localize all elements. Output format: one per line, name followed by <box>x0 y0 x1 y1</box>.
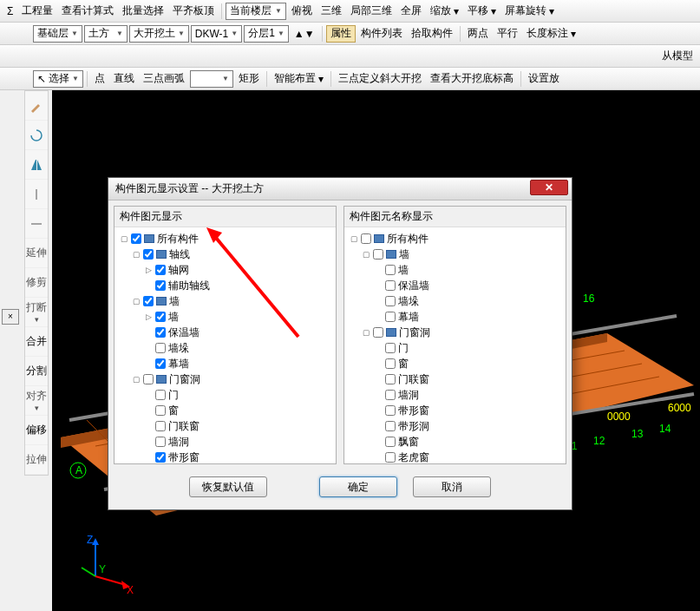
vtool-align[interactable]: 对齐▾ <box>25 386 48 416</box>
btn-from-model[interactable]: 从模型 <box>658 48 697 65</box>
toolbar-row-2: 基础层▼ 土方▼ 大开挖土▼ DKW-1▼ 分层1▼ ▲▼ 属性 构件列表 拾取… <box>0 23 700 45</box>
chevron-down-icon: ▼ <box>275 7 282 15</box>
btn-two-points[interactable]: 两点 <box>464 25 492 43</box>
vtool-vline[interactable] <box>25 180 48 209</box>
btn-spinner[interactable]: ▲▼ <box>291 25 318 43</box>
left-tree[interactable]: ▢所有构件 ▢轴线 ▷轴网 辅助轴线 ▢墙 ▷墙 <box>114 227 336 463</box>
cb-axis[interactable] <box>143 249 154 260</box>
btn-cancel[interactable]: 取消 <box>413 476 491 497</box>
select-arc-opts[interactable]: ▼ <box>190 70 233 88</box>
vertical-toolstrip: 延伸 修剪 打断▾ 合并 分割 对齐▾ 偏移 拉伸 <box>24 90 49 476</box>
left-panel-header: 构件图元显示 <box>114 207 336 227</box>
btn-arc-3pt[interactable]: 三点画弧 <box>140 70 188 88</box>
select-current-floor[interactable]: 当前楼层▼ <box>226 3 286 20</box>
vtool-mirror[interactable] <box>25 150 48 180</box>
btn-3d[interactable]: 三维 <box>317 3 345 20</box>
vtool-break[interactable]: 打断▾ <box>25 298 48 327</box>
select-excavation[interactable]: 大开挖土▼ <box>129 25 189 43</box>
dialog-titlebar[interactable]: 构件图元显示设置 -- 大开挖土方 ✕ <box>108 178 572 200</box>
svg-text:14: 14 <box>659 423 671 435</box>
svg-text:13: 13 <box>631 428 644 440</box>
svg-text:X: X <box>127 584 134 594</box>
rotate-icon <box>29 128 43 142</box>
cb-axis-grid[interactable] <box>155 265 166 275</box>
btn-pick-component[interactable]: 拾取构件 <box>408 25 456 43</box>
svg-text:Z: Z <box>87 534 93 546</box>
btn-fullscreen[interactable]: 全屏 <box>397 3 425 20</box>
btn-pan[interactable]: 平移▾ <box>464 3 500 20</box>
dialog-footer: 恢复默认值 确定 取消 <box>108 470 572 504</box>
mirror-icon <box>29 158 43 172</box>
btn-3pt-define[interactable]: 三点定义斜大开挖 <box>335 70 425 88</box>
svg-text:0000: 0000 <box>607 411 631 423</box>
right-panel: 构件图元名称显示 ▢所有构件 ▢墙 墙 保温墙 墙垛 幕墙 <box>343 206 566 464</box>
btn-parallel[interactable]: 平行 <box>494 25 521 43</box>
svg-text:Y: Y <box>99 563 106 575</box>
dialog-close-button[interactable]: ✕ <box>530 180 568 195</box>
vtool-offset[interactable]: 偏移 <box>25 416 48 445</box>
panel-close-x[interactable]: × <box>2 309 19 325</box>
brush-icon <box>29 99 43 113</box>
vtool-hline[interactable] <box>25 209 48 239</box>
tree-root-label: 所有构件 <box>157 231 199 246</box>
display-settings-dialog: 构件图元显示设置 -- 大开挖土方 ✕ 构件图元显示 ▢所有构件 ▢轴线 ▷轴网… <box>108 177 572 510</box>
toolbar-row-3: ↖选择▼ 点 直线 三点画弧 ▼ 矩形 智能布置▾ 三点定义斜大开挖 查看大开挖… <box>0 68 700 90</box>
select-base-layer[interactable]: 基础层▼ <box>33 25 82 43</box>
right-tree[interactable]: ▢所有构件 ▢墙 墙 保温墙 墙垛 幕墙 ▢门窗洞 <box>344 227 566 463</box>
btn-local-3d[interactable]: 局部三维 <box>347 3 396 20</box>
svg-text:6000: 6000 <box>668 402 691 414</box>
cb-all[interactable] <box>131 233 141 244</box>
svg-text:A: A <box>75 464 82 476</box>
btn-point[interactable]: 点 <box>91 70 108 88</box>
axis-gizmo: Z X Y <box>78 533 139 594</box>
select-dkw[interactable]: DKW-1▼ <box>191 25 242 43</box>
cb-door[interactable] <box>143 374 154 384</box>
svg-text:12: 12 <box>593 435 605 447</box>
right-panel-header: 构件图元名称显示 <box>344 207 566 227</box>
select-layer[interactable]: 分层1▼ <box>244 25 289 43</box>
vtool-rotate[interactable] <box>25 121 48 150</box>
select-earthwork[interactable]: 土方▼ <box>84 25 128 43</box>
btn-component-list[interactable]: 构件列表 <box>357 25 406 43</box>
vtool-trim[interactable]: 修剪 <box>25 268 48 298</box>
btn-line[interactable]: 直线 <box>110 70 138 88</box>
btn-restore-defaults[interactable]: 恢复默认值 <box>189 476 267 497</box>
left-panel: 构件图元显示 ▢所有构件 ▢轴线 ▷轴网 辅助轴线 ▢墙 <box>114 206 337 464</box>
btn-set-placement[interactable]: 设置放 <box>525 70 563 88</box>
btn-select[interactable]: ↖选择▼ <box>33 70 83 88</box>
vtool-extend[interactable]: 延伸 <box>25 239 48 268</box>
btn-view-formula[interactable]: 查看计算式 <box>58 3 117 20</box>
folder-icon <box>144 234 154 243</box>
btn-rect[interactable]: 矩形 <box>235 70 263 88</box>
collapse-icon[interactable]: ▢ <box>120 231 128 246</box>
cb-wall[interactable] <box>143 296 154 306</box>
toolbar-row-1: Σ工程量 查看计算式 批量选择 平齐板顶 当前楼层▼ 俯视 三维 局部三维 全屏… <box>0 0 700 23</box>
btn-ok[interactable]: 确定 <box>319 476 397 497</box>
cb-axis-aux[interactable] <box>155 280 166 291</box>
btn-engineering-qty[interactable]: Σ工程量 <box>3 3 56 20</box>
vertical-line-icon <box>29 187 43 201</box>
btn-flat-slab-top[interactable]: 平齐板顶 <box>169 3 218 20</box>
btn-view-bottom[interactable]: 查看大开挖底标高 <box>427 70 517 88</box>
btn-batch-select[interactable]: 批量选择 <box>119 3 167 20</box>
vtool-merge[interactable]: 合并 <box>25 327 48 357</box>
svg-line-28 <box>95 576 126 585</box>
sigma-icon: Σ <box>7 5 19 17</box>
horizontal-line-icon <box>29 217 43 231</box>
btn-attributes[interactable]: 属性 <box>326 25 356 43</box>
dialog-title: 构件图元显示设置 -- 大开挖土方 <box>115 181 264 196</box>
svg-line-31 <box>82 568 95 576</box>
btn-zoom[interactable]: 缩放▾ <box>427 3 462 20</box>
btn-screen-rotate[interactable]: 屏幕旋转▾ <box>501 3 558 20</box>
vtool-split[interactable]: 分割 <box>25 357 48 386</box>
btn-smart-place[interactable]: 智能布置▾ <box>271 70 327 88</box>
svg-text:16: 16 <box>583 292 595 305</box>
toolbar-row-2b: 从模型 <box>0 45 700 68</box>
vtool-stretch[interactable]: 拉伸 <box>25 445 48 475</box>
btn-length-dim[interactable]: 长度标注▾ <box>523 25 579 43</box>
vtool-brush[interactable] <box>25 91 48 121</box>
btn-top-view[interactable]: 俯视 <box>288 3 316 20</box>
